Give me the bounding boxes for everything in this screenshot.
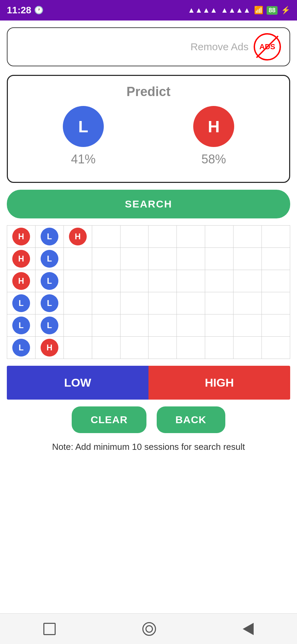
grid-cell[interactable] xyxy=(262,314,290,337)
predict-title: Predict xyxy=(18,84,279,99)
grid-cell[interactable] xyxy=(92,337,120,359)
grid-cell[interactable] xyxy=(262,292,290,314)
grid-cell[interactable] xyxy=(234,270,262,292)
nav-home-icon[interactable] xyxy=(142,622,156,636)
predict-right: H 58% xyxy=(193,106,234,166)
grid-cell[interactable] xyxy=(120,270,148,292)
grid-cell[interactable] xyxy=(262,270,290,292)
table-row: HL xyxy=(7,270,290,292)
signal-icon-1: ▲▲▲▲ xyxy=(188,6,217,15)
grid-cell[interactable] xyxy=(92,314,120,337)
bottom-nav xyxy=(0,613,297,644)
time-display: 11:28 xyxy=(7,5,31,16)
note-text: Note: Add minimum 10 sessions for search… xyxy=(7,442,290,452)
action-buttons: CLEAR BACK xyxy=(7,406,290,433)
grid-cell[interactable] xyxy=(63,292,92,314)
grid-circle-l: L xyxy=(12,294,30,312)
grid-cell[interactable]: L xyxy=(35,226,63,248)
grid-cell[interactable]: L xyxy=(35,270,63,292)
wifi-icon: 📶 xyxy=(254,6,263,15)
grid-cell[interactable] xyxy=(205,248,234,270)
ads-label: ADS xyxy=(259,42,275,51)
grid-cell[interactable] xyxy=(92,248,120,270)
grid-cell[interactable] xyxy=(205,292,234,314)
grid-cell[interactable] xyxy=(205,270,234,292)
battery-icon: 88 xyxy=(267,6,278,15)
grid-cell[interactable] xyxy=(234,292,262,314)
predict-right-circle: H xyxy=(193,106,234,147)
grid-cell[interactable] xyxy=(205,314,234,337)
grid-cell[interactable]: L xyxy=(7,292,36,314)
grid-cell[interactable] xyxy=(234,248,262,270)
grid-cell[interactable] xyxy=(177,292,205,314)
grid-cell[interactable]: H xyxy=(7,270,36,292)
grid-cell[interactable] xyxy=(205,337,234,359)
grid-cell[interactable] xyxy=(234,337,262,359)
grid-cell[interactable]: H xyxy=(63,226,92,248)
grid-cell[interactable] xyxy=(63,248,92,270)
remove-ads-banner[interactable]: Remove Ads ADS xyxy=(7,27,290,66)
grid-cell[interactable] xyxy=(92,270,120,292)
grid-cell[interactable] xyxy=(234,226,262,248)
grid-cell[interactable]: H xyxy=(7,226,36,248)
grid-cell[interactable] xyxy=(148,292,177,314)
grid-cell[interactable]: L xyxy=(35,314,63,337)
charging-icon: ⚡ xyxy=(281,6,290,15)
clock-icon: 🕐 xyxy=(34,6,43,15)
grid-cell[interactable] xyxy=(205,226,234,248)
grid-circle-l: L xyxy=(41,228,58,245)
nav-square-icon[interactable] xyxy=(43,623,56,635)
ads-circle[interactable]: ADS xyxy=(254,33,281,61)
back-button[interactable]: BACK xyxy=(157,406,225,433)
grid-circle-l: L xyxy=(12,317,30,334)
table-row: HL xyxy=(7,248,290,270)
grid-cell[interactable]: L xyxy=(7,337,36,359)
grid-cell[interactable] xyxy=(177,337,205,359)
grid-cell[interactable] xyxy=(92,292,120,314)
grid-cell[interactable] xyxy=(262,337,290,359)
grid-cell[interactable] xyxy=(120,226,148,248)
grid-cell[interactable] xyxy=(63,337,92,359)
grid-circle-h: H xyxy=(12,228,30,245)
grid-cell[interactable] xyxy=(120,248,148,270)
grid-cell[interactable] xyxy=(148,248,177,270)
grid-circle-h: H xyxy=(69,228,87,245)
high-button[interactable]: HIGH xyxy=(148,366,290,400)
grid-cell[interactable] xyxy=(120,292,148,314)
lh-buttons: LOW HIGH xyxy=(7,366,290,400)
grid-cell[interactable]: H xyxy=(7,248,36,270)
grid-cell[interactable] xyxy=(63,314,92,337)
grid-circle-h: H xyxy=(12,272,30,290)
grid-cell[interactable] xyxy=(148,337,177,359)
grid-cell[interactable] xyxy=(262,248,290,270)
grid-cell[interactable]: H xyxy=(35,337,63,359)
grid-cell[interactable] xyxy=(177,270,205,292)
grid-cell[interactable]: L xyxy=(35,248,63,270)
clear-button[interactable]: CLEAR xyxy=(72,406,146,433)
grid-cell[interactable] xyxy=(177,226,205,248)
grid-cell[interactable] xyxy=(120,337,148,359)
grid-cell[interactable] xyxy=(148,270,177,292)
grid-cell[interactable] xyxy=(120,314,148,337)
grid-cell[interactable] xyxy=(177,248,205,270)
grid-cell[interactable]: L xyxy=(35,292,63,314)
grid-cell[interactable]: L xyxy=(7,314,36,337)
grid-cell[interactable] xyxy=(92,226,120,248)
grid-cell[interactable] xyxy=(234,314,262,337)
predict-box: Predict L 41% H 58% xyxy=(7,75,290,183)
grid-cell[interactable] xyxy=(148,226,177,248)
grid-cell[interactable] xyxy=(63,270,92,292)
table-row: LH xyxy=(7,337,290,359)
nav-back-icon[interactable] xyxy=(243,623,254,635)
status-time: 11:28 🕐 xyxy=(7,5,43,16)
low-button[interactable]: LOW xyxy=(7,366,148,400)
grid-cell[interactable] xyxy=(262,226,290,248)
grid-cell[interactable] xyxy=(177,314,205,337)
table-row: LL xyxy=(7,314,290,337)
grid-circle-l: L xyxy=(41,294,58,312)
grid-cell[interactable] xyxy=(148,314,177,337)
search-button[interactable]: SEARCH xyxy=(7,190,290,218)
signal-icon-2: ▲▲▲▲ xyxy=(221,6,251,15)
grid-table: HLHHLHLLLLLLH xyxy=(7,225,290,359)
status-icons: ▲▲▲▲ ▲▲▲▲ 📶 88 ⚡ xyxy=(188,6,290,15)
